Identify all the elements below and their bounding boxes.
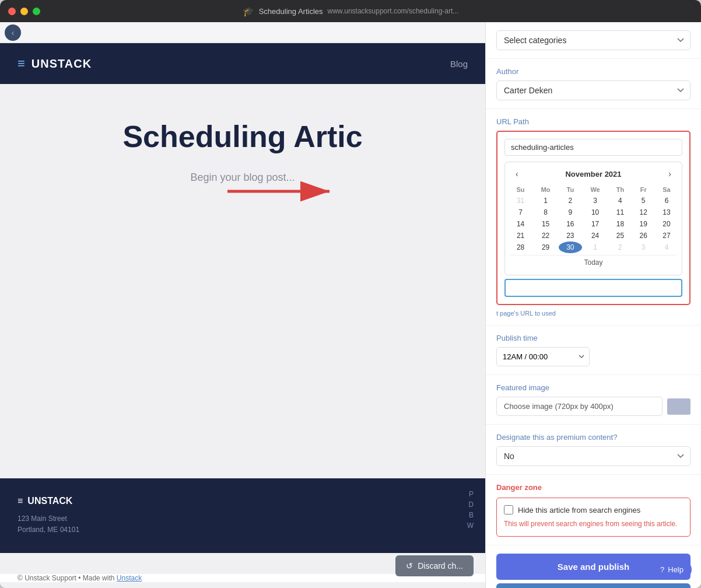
footer-logo-icon: ≡ — [17, 496, 23, 506]
cal-day-1-3[interactable]: 10 — [582, 206, 609, 218]
category-select[interactable]: Select categories — [496, 30, 691, 50]
discard-icon: ↺ — [406, 561, 413, 570]
footer-col2: D — [468, 501, 474, 509]
maximize-dot[interactable] — [33, 8, 40, 15]
cal-prev-button[interactable]: ‹ — [512, 168, 522, 180]
author-label: Author — [496, 67, 691, 76]
cal-day-3-1[interactable]: 22 — [532, 230, 559, 242]
cal-day-4-0[interactable]: 28 — [509, 242, 532, 253]
site-header: ≡ UNSTACK Blog — [0, 43, 485, 84]
cal-day-2-5[interactable]: 19 — [632, 218, 655, 230]
red-arrow — [222, 180, 338, 203]
cal-time-input[interactable] — [504, 279, 682, 297]
cal-day-0-4[interactable]: 4 — [608, 195, 632, 206]
hide-article-checkbox[interactable] — [504, 505, 513, 514]
publish-time-label: Publish time — [496, 334, 691, 342]
cal-today-button[interactable]: Today — [510, 255, 677, 270]
cal-day-4-5[interactable]: 3 — [632, 242, 655, 253]
danger-zone-title: Danger zone — [496, 483, 691, 492]
cal-day-3-3[interactable]: 24 — [582, 230, 609, 242]
titlebar: 🎓 Scheduling Articles www.unstacksupport… — [0, 0, 701, 22]
cal-today-cell: Today — [509, 253, 678, 271]
calendar-container: scheduling-articles ‹ November 2021 › Su — [496, 131, 691, 305]
help-label: Help — [668, 565, 684, 574]
cal-day-2-3[interactable]: 17 — [582, 218, 609, 230]
cal-day-4-3[interactable]: 1 — [582, 242, 609, 253]
hide-article-label: Hide this article from search engines — [518, 506, 640, 514]
cal-day-2-6[interactable]: 20 — [655, 218, 678, 230]
cal-day-fr: Fr — [632, 184, 655, 195]
cal-day-4-2[interactable]: 30 — [559, 242, 582, 253]
address-line2: Portland, ME 04101 — [17, 524, 468, 536]
footer-col1: P — [469, 490, 474, 498]
site-footer: ≡ UNSTACK 123 Main Street Portland, ME 0… — [0, 478, 485, 553]
copyright-text: © Unstack Support • Made with — [17, 574, 114, 582]
save-only-button[interactable]: Save only — [496, 583, 691, 588]
danger-zone-section: Danger zone Hide this article from searc… — [486, 475, 701, 545]
discard-button[interactable]: ↺ Discard ch... — [395, 555, 474, 576]
cal-day-2-0[interactable]: 14 — [509, 218, 532, 230]
premium-section: Designate this as premium content? No — [486, 425, 701, 475]
cal-day-0-1[interactable]: 1 — [532, 195, 559, 206]
back-button[interactable]: ‹ — [5, 24, 21, 41]
cal-day-1-6[interactable]: 13 — [655, 206, 678, 218]
image-preview — [667, 398, 691, 415]
author-section: Author Carter Deken — [486, 59, 701, 109]
danger-zone-box: Hide this article from search engines Th… — [496, 498, 691, 537]
cal-day-0-3[interactable]: 3 — [582, 195, 609, 206]
cal-day-3-4[interactable]: 25 — [608, 230, 632, 242]
cal-day-2-2[interactable]: 16 — [559, 218, 582, 230]
footer-col3: B — [469, 511, 474, 519]
author-select[interactable]: Carter Deken — [496, 80, 691, 100]
calendar-widget: ‹ November 2021 › Su Mo Tu We — [504, 162, 682, 275]
cal-day-1-2[interactable]: 9 — [559, 206, 582, 218]
app-window: 🎓 Scheduling Articles www.unstacksupport… — [0, 0, 701, 588]
cal-day-4-1[interactable]: 29 — [532, 242, 559, 253]
preview-banner: ‹ — [0, 22, 485, 43]
footer-logo-text: UNSTACK — [27, 496, 72, 506]
choose-image-button[interactable]: Choose image (720px by 400px) — [496, 397, 663, 416]
footer-link[interactable]: Unstack — [117, 574, 142, 582]
cal-day-0-5[interactable]: 5 — [632, 195, 655, 206]
cal-next-button[interactable]: › — [665, 168, 675, 180]
danger-note: This will prevent search engines from se… — [504, 519, 683, 529]
premium-select[interactable]: No — [496, 446, 691, 466]
hide-article-row: Hide this article from search engines — [504, 505, 683, 514]
article-title: Scheduling Artic — [23, 119, 462, 154]
cal-day-0-0[interactable]: 31 — [509, 195, 532, 206]
cal-day-3-5[interactable]: 26 — [632, 230, 655, 242]
cal-day-1-0[interactable]: 7 — [509, 206, 532, 218]
url-input-display: scheduling-articles — [504, 139, 682, 156]
cal-day-3-2[interactable]: 23 — [559, 230, 582, 242]
help-button[interactable]: ? Help — [652, 561, 692, 579]
footer-col4: W — [467, 522, 474, 530]
cal-day-th: Th — [608, 184, 632, 195]
cal-day-1-4[interactable]: 11 — [608, 206, 632, 218]
address-line1: 123 Main Street — [17, 513, 468, 524]
page-icon: 🎓 — [243, 6, 254, 17]
cal-month-year: November 2021 — [565, 170, 621, 178]
cal-day-3-0[interactable]: 21 — [509, 230, 532, 242]
cal-day-1-1[interactable]: 8 — [532, 206, 559, 218]
cal-day-2-4[interactable]: 18 — [608, 218, 632, 230]
minimize-dot[interactable] — [20, 8, 28, 15]
cal-day-0-6[interactable]: 6 — [655, 195, 678, 206]
featured-image-label: Featured image — [496, 383, 691, 392]
blog-nav: Blog — [450, 59, 468, 69]
cal-day-2-1[interactable]: 15 — [532, 218, 559, 230]
cal-day-4-6[interactable]: 4 — [655, 242, 678, 253]
article-content: Scheduling Artic Begin your blog post... — [0, 84, 485, 230]
url-path-label: URL Path — [496, 117, 691, 126]
close-dot[interactable] — [8, 8, 16, 15]
cal-day-1-5[interactable]: 12 — [632, 206, 655, 218]
help-icon: ? — [660, 565, 664, 574]
cal-day-4-4[interactable]: 2 — [608, 242, 632, 253]
calendar-header: ‹ November 2021 › — [509, 166, 678, 182]
right-panel: Select categories Author Carter Deken UR… — [485, 22, 701, 588]
discard-label: Discard ch... — [418, 561, 463, 570]
publish-time-section: Publish time 12AM / 00:00 — [486, 326, 701, 375]
featured-image-section: Featured image Choose image (720px by 40… — [486, 375, 701, 425]
cal-day-0-2[interactable]: 2 — [559, 195, 582, 206]
cal-day-3-6[interactable]: 27 — [655, 230, 678, 242]
publish-time-select[interactable]: 12AM / 00:00 — [496, 347, 590, 366]
